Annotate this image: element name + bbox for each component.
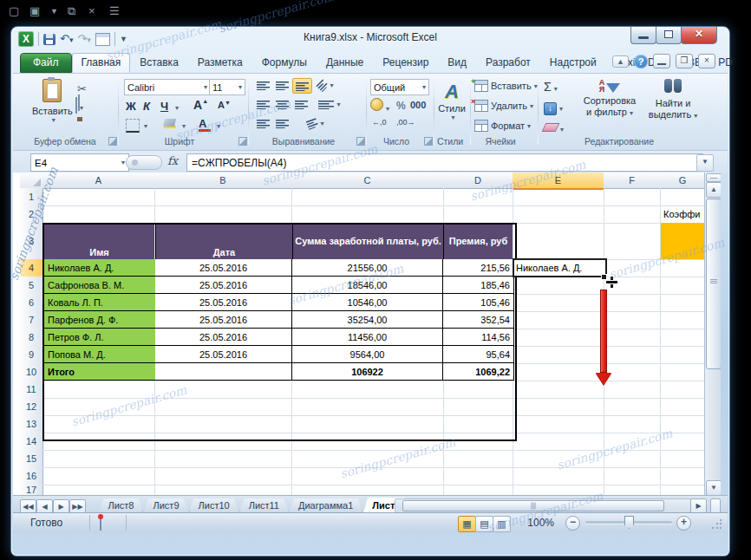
row-header-14[interactable]: 14 — [20, 433, 43, 451]
align-bottom-button[interactable] — [292, 78, 312, 94]
normal-view-icon[interactable]: ▦ — [458, 516, 476, 532]
zoom-slider-thumb[interactable] — [624, 516, 634, 529]
fill-color-button[interactable] — [164, 119, 176, 128]
cell-b8[interactable]: 25.05.2016 — [155, 329, 292, 346]
format-cells-button[interactable]: Формат▾ — [474, 120, 531, 132]
zoom-in-icon[interactable]: + — [676, 516, 691, 531]
sheet-tab-list11[interactable]: Лист11 — [239, 498, 289, 514]
formula-input[interactable]: =СЖПРОБЕЛЫ(A4) — [186, 153, 703, 172]
sheet-tab-diagram1[interactable]: Диаграмма1 — [289, 498, 362, 514]
delete-cells-button[interactable]: × Удалить▾ — [474, 100, 533, 112]
cell-b6[interactable]: 25.05.2016 — [155, 294, 292, 311]
doc-close-button[interactable]: × — [698, 54, 715, 68]
number-format-combo[interactable]: Общий▾ — [370, 79, 429, 95]
cell-d10-total[interactable]: 1069,22 — [443, 363, 514, 381]
grow-font-button[interactable]: A▲ — [193, 98, 208, 112]
cell-d8[interactable]: 114,56 — [443, 329, 514, 346]
name-box-chevron-icon[interactable]: ▾ — [121, 159, 125, 166]
row-header-13[interactable]: 13 — [20, 415, 43, 433]
help-icon[interactable]: ? — [634, 55, 648, 68]
sort-filter-button[interactable]: АЯ Сортировка и фильтр▾ — [578, 79, 641, 118]
doc-minimize-button[interactable] — [653, 54, 670, 68]
tab-data[interactable]: Данные — [317, 53, 373, 73]
close-button[interactable]: ✕ — [681, 27, 717, 44]
row-header-6[interactable]: 6 — [20, 294, 43, 312]
dialog-launcher-icon[interactable] — [424, 137, 433, 146]
cell-a6[interactable]: Коваль Л. П. — [44, 294, 159, 311]
row-header-12[interactable]: 12 — [20, 398, 43, 416]
bold-button[interactable]: Ж — [126, 100, 136, 113]
clear-button[interactable]: ▾ — [544, 120, 564, 135]
underline-button[interactable]: Ч — [160, 100, 168, 113]
align-left-button[interactable] — [254, 97, 272, 111]
host-menu-icon[interactable]: ☰ — [109, 2, 120, 21]
zoom-level[interactable]: 100% — [527, 517, 554, 529]
align-right-button[interactable] — [292, 97, 310, 111]
underline-chevron-icon[interactable]: ▾ — [175, 104, 179, 112]
sheet-tab-list9[interactable]: Лист9 — [143, 498, 188, 514]
cell-d7[interactable]: 352,54 — [443, 311, 514, 329]
row-header-15[interactable]: 15 — [20, 450, 43, 468]
vertical-scroll-thumb[interactable] — [706, 199, 721, 369]
page-break-view-icon[interactable]: ▥ — [493, 516, 511, 532]
borders-icon[interactable] — [126, 119, 140, 133]
cell-a8[interactable]: Петров Ф. Л. — [44, 329, 159, 346]
row-header-17[interactable]: 17 — [20, 485, 43, 495]
host-chevron-down-icon[interactable]: ▼ — [50, 2, 58, 21]
column-header-f[interactable]: F — [604, 173, 661, 189]
cell-d5[interactable]: 185,46 — [443, 277, 514, 294]
borders-chevron-icon[interactable]: ▾ — [144, 122, 147, 130]
table-header-date[interactable]: Дата — [155, 225, 292, 262]
tab-insert[interactable]: Вставка — [130, 53, 188, 73]
font-size-combo[interactable]: 11▾ — [209, 79, 245, 95]
italic-button[interactable]: К — [143, 100, 150, 113]
title-bar[interactable]: X ↶▾ ↷▾ ▼ Книга9.xlsx - Microsoft Excel … — [11, 27, 729, 51]
cell-d9[interactable]: 95,64 — [443, 346, 514, 363]
font-color-button[interactable]: А — [199, 117, 211, 132]
column-header-e[interactable]: E — [513, 173, 604, 190]
autosum-button[interactable]: Σ▾ — [544, 79, 558, 94]
tab-layout[interactable]: Разметка — [188, 53, 252, 73]
cell-b7[interactable]: 25.05.2016 — [155, 311, 292, 329]
row-header-2[interactable]: 2 — [20, 205, 43, 224]
row-header-11[interactable]: 11 — [20, 381, 43, 399]
decrease-decimal-button[interactable]: ,00→ — [396, 119, 415, 127]
doc-restore-button[interactable]: ❒ — [676, 54, 693, 68]
currency-button[interactable]: ▾ — [370, 98, 389, 114]
tab-developer[interactable]: Разработ — [476, 53, 540, 73]
dialog-launcher-icon[interactable] — [356, 137, 365, 146]
increase-decimal-button[interactable]: ←,0 — [372, 119, 387, 127]
tab-home[interactable]: Главная — [72, 53, 131, 73]
align-top-button[interactable] — [254, 78, 272, 92]
tab-file[interactable]: Файл — [20, 53, 72, 73]
shrink-font-button[interactable]: A▼ — [218, 100, 231, 110]
tab-review[interactable]: Рецензир — [373, 53, 438, 73]
cell-b4[interactable]: 25.05.2016 — [155, 259, 292, 277]
dialog-launcher-icon[interactable] — [238, 137, 247, 146]
cell-a4[interactable]: Николаев А. Д. — [44, 259, 159, 277]
cell-a7[interactable]: Парфенов Д. Ф. — [44, 311, 159, 329]
collapse-ribbon-icon[interactable]: ▲ — [612, 55, 629, 68]
cell-c7[interactable]: 35254,00 — [292, 311, 443, 329]
thousands-button[interactable]: 000 — [410, 100, 426, 110]
tab-formulas[interactable]: Формулы — [252, 53, 317, 73]
sheet-tab-list8[interactable]: Лист8 — [98, 498, 143, 514]
paste-button[interactable]: Вставить ▾ — [32, 79, 73, 124]
wrap-text-button[interactable]: ▾ — [303, 116, 329, 130]
row-header-8[interactable]: 8 — [20, 329, 43, 347]
cell-g3-orange[interactable] — [661, 223, 705, 259]
scroll-down-icon[interactable]: ▼ — [706, 480, 721, 495]
host-save-icon[interactable]: ▣ — [29, 2, 40, 21]
row-header-9[interactable]: 9 — [20, 346, 43, 364]
align-middle-button[interactable] — [273, 78, 291, 92]
increase-indent-button[interactable] — [273, 116, 291, 130]
cell-c4[interactable]: 21556,00 — [292, 259, 443, 277]
table-header-salary[interactable]: Сумма заработной платы, руб. — [292, 225, 443, 259]
host-close-icon[interactable]: × — [88, 2, 95, 21]
cell-c6[interactable]: 10546,00 — [292, 294, 443, 311]
align-center-button[interactable] — [273, 97, 291, 111]
active-cell-e4[interactable]: Николаев А. Д. — [513, 259, 606, 277]
cell-a5[interactable]: Сафронова В. М. — [44, 277, 159, 294]
select-all-corner[interactable] — [20, 173, 43, 189]
row-header-7[interactable]: 7 — [20, 311, 43, 329]
